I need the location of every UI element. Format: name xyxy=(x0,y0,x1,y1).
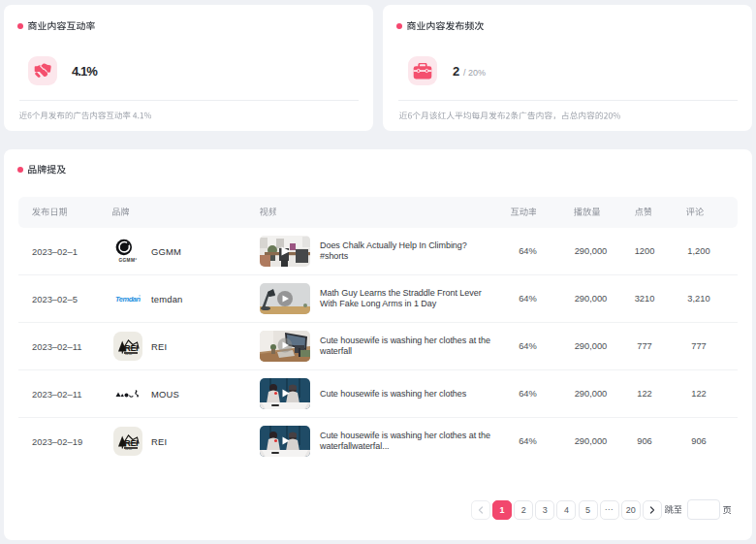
svg-text:REI: REI xyxy=(124,343,138,353)
svg-text:GGMM°: GGMM° xyxy=(119,258,138,263)
svg-text:CO-OP: CO-OP xyxy=(125,448,133,450)
svg-text:REI: REI xyxy=(124,438,138,448)
svg-text:CO-OP: CO-OP xyxy=(125,353,133,355)
svg-text:Temdan: Temdan xyxy=(115,295,141,304)
